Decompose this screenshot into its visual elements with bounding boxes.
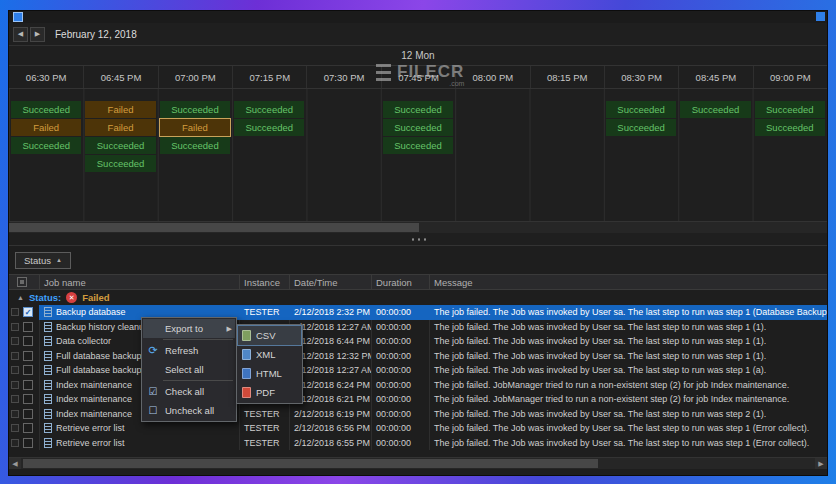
- submenu-item-label: HTML: [256, 368, 282, 379]
- row-checkbox[interactable]: [23, 394, 33, 404]
- table-scrollbar-thumb[interactable]: [23, 459, 598, 468]
- calendar-cell[interactable]: Failed: [85, 101, 155, 118]
- row-expander[interactable]: [11, 424, 19, 432]
- table-row[interactable]: Index maintenance TESTER 2/12/2018 6:24 …: [9, 378, 827, 393]
- select-column-header[interactable]: [9, 275, 39, 289]
- calendar-cell[interactable]: Succeeded: [85, 137, 155, 154]
- panel-splitter[interactable]: [9, 233, 827, 245]
- row-checkbox[interactable]: [23, 307, 33, 317]
- prev-arrow-icon: ◀: [18, 30, 23, 38]
- scroll-right-button[interactable]: ▶: [815, 458, 827, 469]
- document-icon: [44, 351, 52, 361]
- calendar-cell[interactable]: Succeeded: [11, 137, 81, 154]
- row-checkbox[interactable]: [23, 380, 33, 390]
- row-expander[interactable]: [11, 381, 19, 389]
- calendar-cell[interactable]: Succeeded: [85, 155, 155, 172]
- calendar-cell[interactable]: Succeeded: [11, 101, 81, 118]
- calendar-cell[interactable]: Succeeded: [606, 119, 676, 136]
- calendar-cell[interactable]: Succeeded: [383, 137, 453, 154]
- submenu-item-pdf[interactable]: PDF: [238, 383, 301, 402]
- menu-item-refresh[interactable]: ⟳ Refresh: [143, 341, 235, 360]
- calendar-cell[interactable]: Succeeded: [755, 101, 825, 118]
- table-row[interactable]: Full database backup TESTER 2/12/2018 12…: [9, 349, 827, 364]
- row-expander[interactable]: [11, 323, 19, 331]
- row-checkbox[interactable]: [23, 336, 33, 346]
- row-expander[interactable]: [11, 352, 19, 360]
- menu-item-export-to[interactable]: Export to ▶: [143, 319, 235, 338]
- splitter-grip-icon: [410, 238, 426, 241]
- table-row[interactable]: Retrieve error list TESTER 2/12/2018 6:5…: [9, 421, 827, 436]
- calendar-cell[interactable]: Succeeded: [383, 101, 453, 118]
- calendar-cell[interactable]: Succeeded: [160, 101, 230, 118]
- row-expander[interactable]: [11, 410, 19, 418]
- filecr-watermark: FILECR .com: [376, 62, 464, 87]
- row-expander[interactable]: [11, 366, 19, 374]
- group-collapse-icon[interactable]: ▲: [17, 294, 24, 301]
- document-icon: [44, 322, 52, 332]
- message-cell: The job failed. The Job was invoked by U…: [429, 363, 827, 378]
- row-checkbox[interactable]: [23, 423, 33, 433]
- prev-day-button[interactable]: ◀: [13, 27, 28, 42]
- time-header: 09:00 PM: [753, 66, 827, 88]
- calendar-cell[interactable]: Succeeded: [234, 119, 304, 136]
- row-expander[interactable]: [11, 308, 19, 316]
- menu-item-label: Export to: [165, 323, 203, 334]
- column-header-datetime[interactable]: Date/Time: [289, 275, 371, 289]
- calendar-cell[interactable]: Failed: [11, 119, 81, 136]
- message-cell: The job failed. The Job was invoked by U…: [429, 334, 827, 349]
- column-header-duration[interactable]: Duration: [371, 275, 429, 289]
- group-row-status-failed[interactable]: ▲ Status: ✕ Failed: [9, 290, 827, 305]
- group-row-value: Failed: [82, 292, 109, 303]
- calendar-cell[interactable]: Failed: [85, 119, 155, 136]
- column-header-job-name[interactable]: Job name: [39, 275, 239, 289]
- calendar-cell[interactable]: Succeeded: [383, 119, 453, 136]
- row-expander[interactable]: [11, 337, 19, 345]
- table-row[interactable]: Data collector TESTER 2/12/2018 6:44 PM …: [9, 334, 827, 349]
- row-gutter: [9, 305, 39, 320]
- table-row[interactable]: Backup database TESTER 2/12/2018 2:32 PM…: [9, 305, 827, 320]
- calendar-cell[interactable]: Succeeded: [160, 137, 230, 154]
- duration-cell: 00:00:00: [371, 363, 429, 378]
- menu-item-uncheck-all[interactable]: ☐ Uncheck all: [143, 401, 235, 420]
- column-header-instance[interactable]: Instance: [239, 275, 289, 289]
- table-row[interactable]: Backup history cleanu... TESTER 2/12/201…: [9, 320, 827, 335]
- submenu-item-csv[interactable]: CSV: [238, 326, 301, 345]
- row-checkbox[interactable]: [23, 351, 33, 361]
- calendar-horizontal-scrollbar[interactable]: [9, 221, 827, 233]
- table-row[interactable]: Index maintenance TESTER 2/12/2018 6:19 …: [9, 407, 827, 422]
- group-by-status-button[interactable]: Status ▲: [15, 252, 71, 269]
- instance-cell: TESTER: [239, 407, 289, 422]
- menu-item-check-all[interactable]: ☑ Check all: [143, 382, 235, 401]
- scroll-left-icon: ◀: [12, 460, 17, 468]
- submenu-item-html[interactable]: HTML: [238, 364, 301, 383]
- row-expander[interactable]: [11, 395, 19, 403]
- submenu-item-label: CSV: [256, 330, 276, 341]
- calendar-scrollbar-thumb[interactable]: [9, 223, 419, 232]
- next-day-button[interactable]: ▶: [30, 27, 45, 42]
- scroll-left-button[interactable]: ◀: [9, 458, 21, 469]
- menu-item-label: Check all: [165, 386, 204, 397]
- row-checkbox[interactable]: [23, 365, 33, 375]
- calendar-cell[interactable]: Succeeded: [234, 101, 304, 118]
- row-checkbox[interactable]: [23, 409, 33, 419]
- calendar-cell[interactable]: Succeeded: [680, 101, 750, 118]
- row-expander[interactable]: [11, 439, 19, 447]
- table-row[interactable]: Full database backup TESTER 2/12/2018 12…: [9, 363, 827, 378]
- calendar-cell[interactable]: Succeeded: [755, 119, 825, 136]
- table-horizontal-scrollbar[interactable]: ◀ ▶: [9, 457, 827, 469]
- instance-cell: TESTER: [239, 305, 289, 320]
- row-checkbox[interactable]: [23, 438, 33, 448]
- menu-item-select-all[interactable]: Select all: [143, 360, 235, 379]
- menu-item-label: Uncheck all: [165, 405, 214, 416]
- row-checkbox[interactable]: [23, 322, 33, 332]
- calendar-cell[interactable]: Succeeded: [606, 101, 676, 118]
- column-header-message[interactable]: Message: [429, 275, 827, 289]
- calendar-cell-selected[interactable]: Failed: [160, 119, 230, 136]
- document-icon: [44, 423, 52, 433]
- table-row[interactable]: Index maintenance TESTER 2/12/2018 6:21 …: [9, 392, 827, 407]
- csv-file-icon: [242, 330, 251, 341]
- submenu-item-label: PDF: [256, 387, 275, 398]
- table-row[interactable]: Retrieve error list TESTER 2/12/2018 6:5…: [9, 436, 827, 451]
- submenu-item-xml[interactable]: XML: [238, 345, 301, 364]
- message-cell: The job failed. The Job was invoked by U…: [429, 407, 827, 422]
